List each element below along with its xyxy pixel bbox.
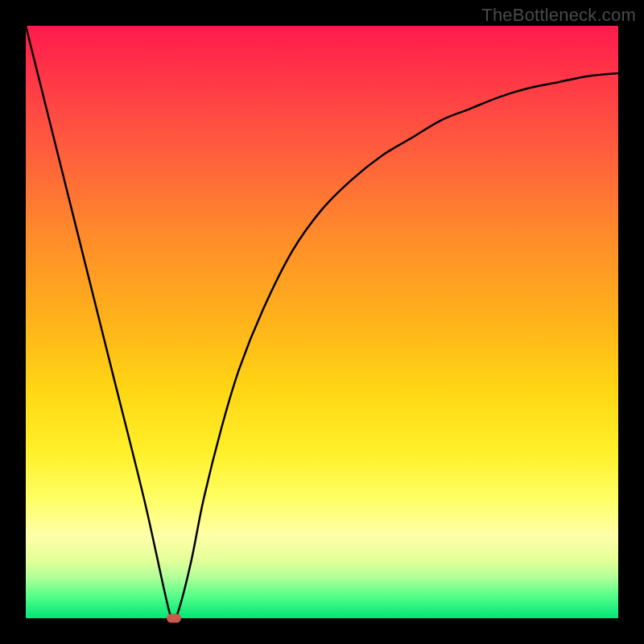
curve-path: [26, 26, 618, 618]
watermark-text: TheBottleneck.com: [481, 5, 636, 26]
bottleneck-curve: [26, 26, 618, 618]
plot-area: [26, 26, 618, 618]
chart-frame: TheBottleneck.com: [0, 0, 644, 644]
minimum-marker: [167, 614, 181, 623]
